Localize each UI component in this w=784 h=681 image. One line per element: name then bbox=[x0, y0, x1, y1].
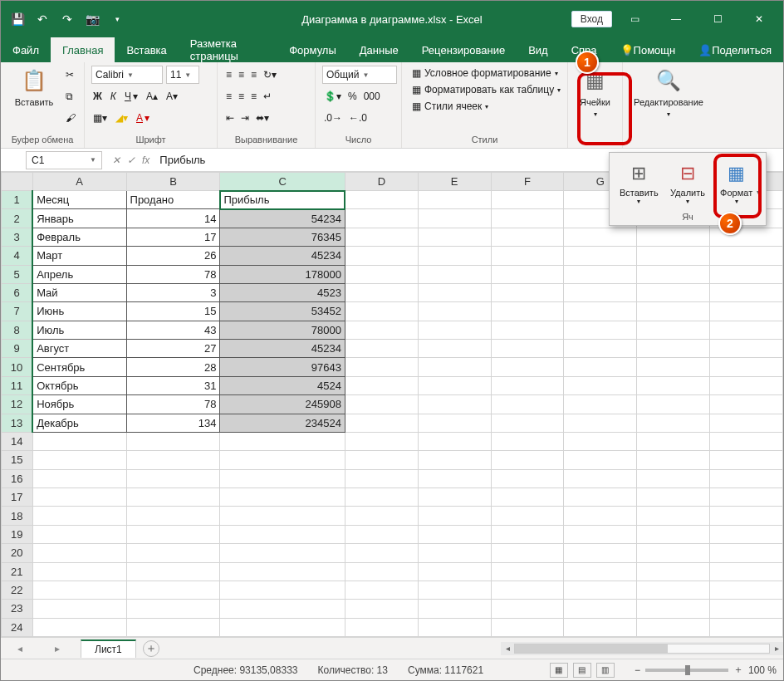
row-header[interactable]: 13 bbox=[2, 414, 33, 432]
cell[interactable] bbox=[418, 395, 491, 414]
cell[interactable] bbox=[564, 618, 637, 636]
cell[interactable]: 4524 bbox=[220, 376, 345, 394]
cell[interactable]: Прибыль bbox=[220, 191, 345, 209]
cell[interactable]: 134 bbox=[126, 414, 220, 432]
cell[interactable]: 78 bbox=[126, 395, 220, 414]
cell[interactable] bbox=[345, 265, 418, 283]
cell[interactable] bbox=[418, 544, 491, 562]
row-header[interactable]: 5 bbox=[2, 265, 33, 283]
redo-icon[interactable]: ↷ bbox=[57, 9, 77, 29]
tab-review[interactable]: Рецензирование bbox=[410, 37, 517, 62]
cell[interactable] bbox=[418, 525, 491, 543]
cell[interactable] bbox=[637, 358, 710, 376]
format-as-table-button[interactable]: ▦Форматировать как таблицу▾ bbox=[409, 82, 564, 97]
cell[interactable] bbox=[126, 544, 220, 562]
tab-view[interactable]: Вид bbox=[517, 37, 560, 62]
cell[interactable] bbox=[491, 358, 564, 376]
cell[interactable]: 3 bbox=[126, 283, 220, 301]
name-box[interactable]: C1▼ bbox=[26, 151, 102, 169]
cell[interactable] bbox=[418, 358, 491, 376]
page-layout-view-icon[interactable]: ▤ bbox=[573, 663, 591, 678]
camera-icon[interactable]: 📷 bbox=[82, 9, 102, 29]
cell[interactable] bbox=[710, 488, 783, 507]
cell[interactable] bbox=[637, 469, 710, 487]
tab-formulas[interactable]: Формулы bbox=[277, 37, 348, 62]
cell[interactable] bbox=[32, 618, 126, 636]
normal-view-icon[interactable]: ▦ bbox=[550, 663, 568, 678]
cell[interactable] bbox=[345, 209, 418, 228]
cell[interactable] bbox=[491, 191, 564, 209]
cell[interactable] bbox=[491, 544, 564, 562]
cell[interactable] bbox=[710, 600, 783, 618]
cell[interactable] bbox=[564, 432, 637, 450]
select-all-corner[interactable] bbox=[2, 173, 33, 191]
cell[interactable] bbox=[345, 488, 418, 507]
cell[interactable] bbox=[637, 247, 710, 265]
cell[interactable]: 234524 bbox=[220, 414, 345, 432]
cell[interactable] bbox=[564, 562, 637, 581]
align-bottom-icon[interactable]: ≡ bbox=[249, 66, 258, 84]
cell[interactable] bbox=[345, 228, 418, 246]
save-icon[interactable]: 💾 bbox=[7, 9, 27, 29]
cell[interactable] bbox=[220, 488, 345, 507]
tab-data[interactable]: Данные bbox=[348, 37, 410, 62]
cell[interactable] bbox=[564, 321, 637, 339]
cell[interactable] bbox=[220, 581, 345, 599]
cell[interactable] bbox=[418, 209, 491, 228]
cell[interactable] bbox=[637, 376, 710, 394]
cell[interactable] bbox=[32, 544, 126, 562]
cell[interactable] bbox=[126, 451, 220, 469]
zoom-level[interactable]: 100 % bbox=[748, 664, 777, 676]
cell[interactable] bbox=[345, 302, 418, 321]
column-header[interactable]: C bbox=[220, 173, 345, 191]
cell[interactable] bbox=[126, 432, 220, 450]
cell[interactable]: Март bbox=[32, 247, 126, 265]
cancel-formula-icon[interactable]: ✕ bbox=[112, 154, 120, 166]
panel-expand-icon[interactable]: ▾ bbox=[757, 188, 761, 197]
delete-cells-button[interactable]: ⊟ Удалить▾ bbox=[664, 161, 711, 207]
sheet-nav[interactable]: ◂▸ bbox=[1, 643, 76, 654]
cell[interactable] bbox=[220, 525, 345, 543]
cell[interactable]: Месяц bbox=[32, 191, 126, 209]
cell[interactable] bbox=[710, 525, 783, 543]
row-header[interactable]: 18 bbox=[2, 507, 33, 525]
cell[interactable] bbox=[418, 228, 491, 246]
cell[interactable]: 97643 bbox=[220, 358, 345, 376]
cell[interactable] bbox=[637, 544, 710, 562]
cell[interactable] bbox=[710, 395, 783, 414]
cell[interactable] bbox=[710, 283, 783, 301]
cell[interactable] bbox=[491, 507, 564, 525]
accept-formula-icon[interactable]: ✓ bbox=[127, 154, 135, 166]
row-header[interactable]: 16 bbox=[2, 469, 33, 487]
cell[interactable] bbox=[710, 302, 783, 321]
cell[interactable] bbox=[710, 414, 783, 432]
cell[interactable] bbox=[32, 469, 126, 487]
cell[interactable] bbox=[710, 618, 783, 636]
cell[interactable]: 4523 bbox=[220, 283, 345, 301]
row-header[interactable]: 4 bbox=[2, 247, 33, 265]
cell[interactable] bbox=[418, 265, 491, 283]
cell[interactable] bbox=[126, 600, 220, 618]
font-name-combo[interactable]: Calibri▼ bbox=[91, 66, 163, 84]
cell[interactable]: 15 bbox=[126, 302, 220, 321]
minimize-button[interactable]: — bbox=[657, 3, 695, 35]
row-header[interactable]: 24 bbox=[2, 618, 33, 636]
zoom-control[interactable]: − ＋ 100 % bbox=[635, 663, 777, 677]
cell[interactable] bbox=[637, 283, 710, 301]
column-header[interactable]: F bbox=[491, 173, 564, 191]
align-center-icon[interactable]: ≡ bbox=[237, 87, 246, 105]
italic-button[interactable]: К bbox=[109, 87, 118, 105]
cell[interactable] bbox=[710, 358, 783, 376]
cell[interactable] bbox=[710, 265, 783, 283]
cell[interactable] bbox=[345, 395, 418, 414]
horizontal-scrollbar[interactable]: ◂ ▸ bbox=[501, 642, 783, 655]
cell[interactable] bbox=[637, 340, 710, 358]
cell[interactable] bbox=[32, 488, 126, 507]
cell[interactable] bbox=[564, 358, 637, 376]
row-header[interactable]: 1 bbox=[2, 191, 33, 209]
cell[interactable] bbox=[637, 321, 710, 339]
cell[interactable] bbox=[637, 600, 710, 618]
cell[interactable] bbox=[220, 469, 345, 487]
cell[interactable] bbox=[345, 432, 418, 450]
format-painter-icon[interactable]: 🖌 bbox=[64, 109, 77, 127]
